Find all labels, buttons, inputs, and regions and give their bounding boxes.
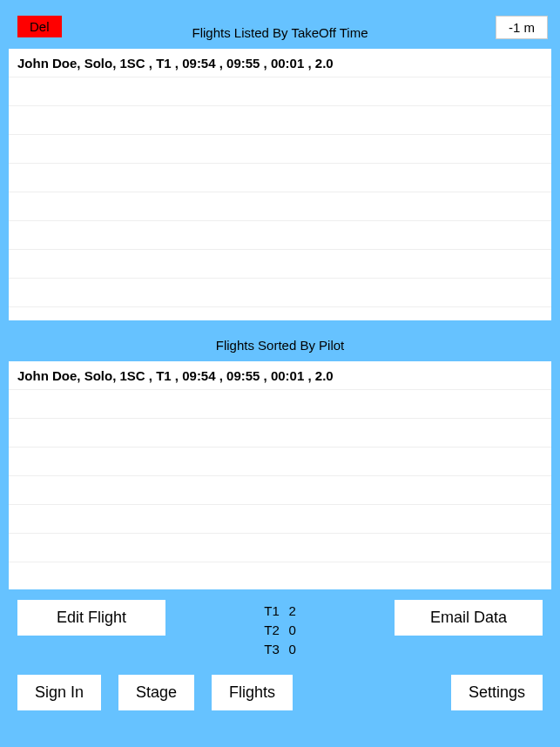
nav-left-group: Sign In Stage Flights (17, 675, 293, 710)
tally-value: 0 (288, 622, 295, 637)
list-item (9, 534, 551, 562)
nav-bar: Sign In Stage Flights Settings (0, 659, 560, 710)
list-item (9, 307, 551, 320)
list-item (9, 448, 551, 476)
time-offset-button[interactable]: -1 m (496, 16, 548, 39)
list-item (9, 476, 551, 505)
list-item (9, 562, 551, 589)
list-item (9, 505, 551, 534)
email-data-button[interactable]: Email Data (395, 600, 543, 636)
list-item (9, 106, 551, 135)
settings-button[interactable]: Settings (451, 675, 543, 710)
list-item[interactable]: John Doe, Solo, 1SC , T1 , 09:54 , 09:55… (9, 361, 551, 390)
page-title: Flights Listed By TakeOff Time (192, 25, 368, 40)
stage-button[interactable]: Stage (118, 675, 194, 710)
tally-value: 2 (288, 603, 295, 618)
list-item (9, 250, 551, 279)
list-item (9, 419, 551, 448)
list-item (9, 221, 551, 250)
list-item (9, 164, 551, 192)
tally-t3: T3 0 (264, 640, 296, 659)
list-item[interactable]: John Doe, Solo, 1SC , T1 , 09:54 , 09:55… (9, 49, 551, 77)
signin-button[interactable]: Sign In (17, 675, 101, 710)
tally-t2: T2 0 (264, 621, 296, 640)
tally-label: T2 (264, 621, 285, 640)
tally-value: 0 (288, 642, 295, 656)
flights-by-takeoff-list[interactable]: John Doe, Solo, 1SC , T1 , 09:54 , 09:55… (9, 49, 551, 320)
list-item (9, 390, 551, 419)
tally-label: T1 (264, 602, 285, 621)
list-item (9, 77, 551, 106)
tally-counts: T1 2 T2 0 T3 0 (264, 602, 296, 659)
flights-button[interactable]: Flights (212, 675, 293, 710)
section-title-pilot: Flights Sorted By Pilot (0, 338, 560, 353)
list-item (9, 135, 551, 164)
tally-t1: T1 2 (264, 602, 296, 621)
list-item (9, 192, 551, 221)
delete-button[interactable]: Del (17, 16, 62, 37)
edit-flight-button[interactable]: Edit Flight (17, 600, 165, 636)
header-bar: Del Flights Listed By TakeOff Time -1 m (0, 0, 560, 49)
action-row: Edit Flight T1 2 T2 0 T3 0 Email Data (0, 589, 560, 659)
tally-label: T3 (264, 640, 285, 659)
flights-by-pilot-list[interactable]: John Doe, Solo, 1SC , T1 , 09:54 , 09:55… (9, 361, 551, 589)
list-item (9, 279, 551, 307)
